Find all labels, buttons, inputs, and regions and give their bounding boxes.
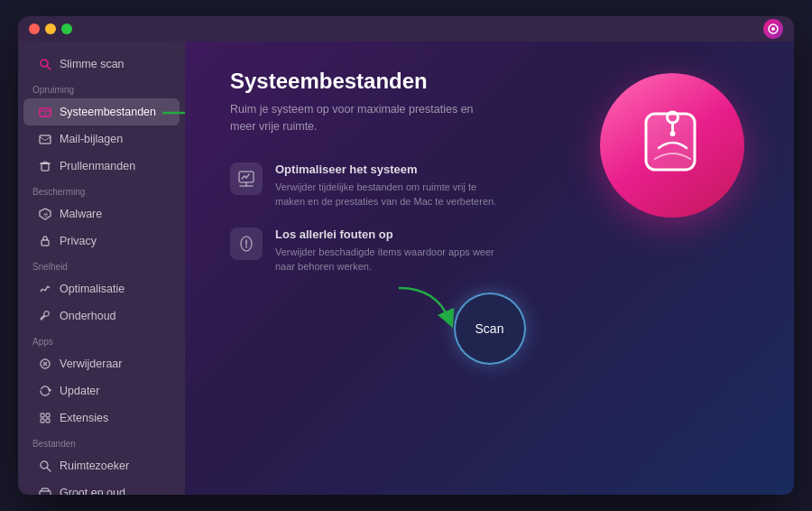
svg-line-14 [45,286,48,291]
sidebar-label-mail-bijlagen: Mail-bijlagen [60,133,123,145]
scan-section: Scan [230,293,749,365]
sidebar-label-prullenmanden: Prullenmanden [60,160,135,172]
sidebar-item-optimalisatie[interactable]: Optimalisatie [23,275,180,302]
svg-rect-19 [41,419,44,423]
sidebar-label-updater: Updater [60,385,99,397]
extensies-icon [38,411,52,425]
feature-title-fix-errors: Los allerlei fouten op [275,228,501,241]
sidebar-label-ruimtezoeker: Ruimtezoeker [60,460,129,472]
sidebar-item-groot-en-oud[interactable]: Groot en oud [23,479,180,495]
svg-rect-18 [46,413,50,417]
groot-en-oud-icon [38,486,52,495]
sidebar-item-systeembestanden[interactable]: Systeembestanden [23,98,180,125]
sidebar-label-verwijderaar: Verwijderaar [60,358,122,370]
systeembestanden-icon [38,105,52,119]
svg-text:☢: ☢ [43,212,48,218]
sidebar-item-updater[interactable]: Updater [23,377,180,404]
maximize-button[interactable] [61,23,72,34]
svg-rect-7 [40,135,51,144]
content-subtitle: Ruim je systeem op voor maximale prestat… [230,101,501,135]
content-layout: Systeembestanden Ruim je systeem op voor… [230,69,749,274]
content-area: Systeembestanden Ruim je systeem op voor… [185,42,794,495]
svg-rect-20 [46,419,50,423]
main-area: Slimme scan Opruiming Systeembestanden [18,42,794,495]
prullenmanden-icon [38,159,52,173]
svg-line-4 [47,66,51,70]
slimme-scan-icon [38,57,52,71]
sidebar-item-slimme-scan[interactable]: Slimme scan [23,51,180,78]
optimalisatie-icon [38,282,52,296]
mail-bijlagen-icon [38,132,52,146]
hero-circle [600,73,744,218]
section-snelheid: Snelheid [18,255,185,275]
sidebar-label-onderhoud: Onderhoud [60,310,116,322]
malware-icon: ☢ [38,207,52,221]
onderhoud-icon [38,309,52,323]
sidebar-item-extensies[interactable]: Extensies [23,404,180,432]
app-top-right-icon [763,19,783,39]
fix-errors-icon [230,228,263,260]
feature-desc-fix-errors: Verwijder beschadigde items waardoor app… [275,245,501,274]
section-apps: Apps [18,330,185,350]
svg-rect-11 [42,240,49,246]
svg-rect-5 [40,108,51,116]
sidebar-item-malware[interactable]: ☢ Malware [23,200,180,228]
svg-line-22 [48,469,51,472]
content-wrapper: Systeembestanden Ruim je systeem op voor… [230,69,749,468]
hero-image [595,69,749,222]
section-bescherming: Bescherming [18,180,185,200]
svg-point-6 [44,113,46,115]
updater-icon [38,384,52,398]
feature-item-fix-errors: Los allerlei fouten op Verwijder beschad… [230,228,559,274]
feature-desc-optimize: Verwijder tijdelijke bestanden om ruimte… [275,180,501,209]
hero-illustration [630,103,715,189]
traffic-lights [29,23,72,34]
sidebar-item-prullenmanden[interactable]: Prullenmanden [23,153,180,180]
ruimtezoeker-icon [38,459,52,473]
close-button[interactable] [29,23,40,34]
svg-rect-23 [40,491,51,495]
privacy-icon [38,234,52,248]
svg-rect-17 [41,413,44,417]
sidebar-label-slimme-scan: Slimme scan [60,58,125,70]
optimize-icon [230,163,263,195]
title-bar [18,16,794,42]
verwijderaar-icon [38,357,52,371]
sidebar-item-privacy[interactable]: Privacy [23,228,180,255]
sidebar: Slimme scan Opruiming Systeembestanden [18,42,185,495]
content-title: Systeembestanden [230,69,428,94]
sidebar-label-optimalisatie: Optimalisatie [60,283,125,295]
svg-point-1 [771,27,775,31]
svg-line-15 [48,286,50,288]
svg-point-32 [669,131,675,136]
feature-title-optimize: Optimaliseer het systeem [275,163,501,176]
svg-rect-8 [42,163,49,171]
section-bestanden: Bestanden [18,432,185,452]
feature-text-fix-errors: Los allerlei fouten op Verwijder beschad… [275,228,501,274]
sidebar-label-systeembestanden: Systeembestanden [60,106,156,118]
sidebar-label-malware: Malware [60,208,102,220]
sidebar-label-privacy: Privacy [60,235,97,247]
sidebar-label-groot-en-oud: Groot en oud [60,487,125,495]
minimize-button[interactable] [45,23,56,34]
sidebar-item-onderhoud[interactable]: Onderhoud [23,302,180,330]
app-window: Slimme scan Opruiming Systeembestanden [18,16,794,495]
sidebar-label-extensies: Extensies [60,412,108,424]
sidebar-item-mail-bijlagen[interactable]: Mail-bijlagen [23,125,180,153]
feature-list: Optimaliseer het systeem Verwijder tijde… [230,163,559,274]
feature-item-optimize: Optimaliseer het systeem Verwijder tijde… [230,163,559,209]
svg-point-21 [41,461,48,469]
scan-button[interactable]: Scan [454,293,526,365]
svg-point-29 [245,246,247,247]
sidebar-item-ruimtezoeker[interactable]: Ruimtezoeker [23,452,180,479]
sidebar-item-verwijderaar[interactable]: Verwijderaar [23,350,180,377]
feature-text-optimize: Optimaliseer het systeem Verwijder tijde… [275,163,501,209]
section-opruiming: Opruiming [18,78,185,98]
content-left: Systeembestanden Ruim je systeem op voor… [230,69,577,274]
